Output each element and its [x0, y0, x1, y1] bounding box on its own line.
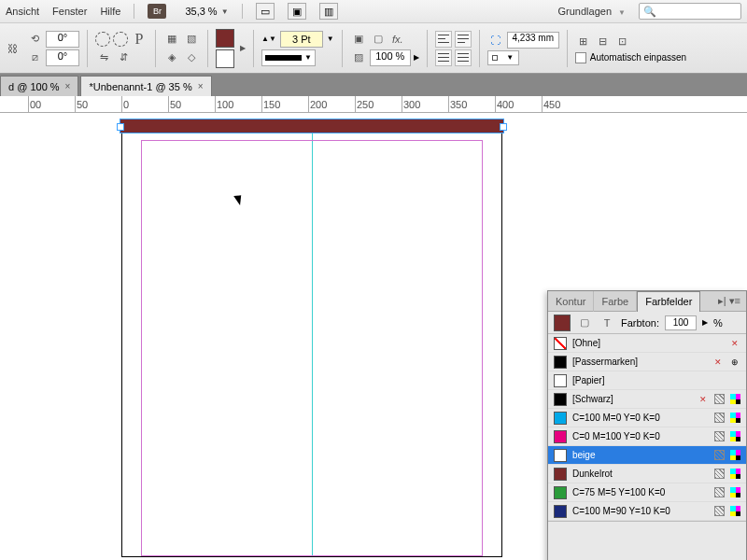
close-icon[interactable]: × — [198, 81, 204, 91]
swatch-row[interactable]: [Schwarz]✕ — [548, 390, 746, 409]
search-input[interactable]: 🔍 — [639, 3, 741, 20]
frame-fitting-icon[interactable]: ⛶ — [487, 32, 504, 49]
chevron-right-icon: ▶ — [414, 53, 419, 62]
fit-content-icon[interactable]: ⊞ — [575, 34, 592, 50]
panel-footer — [548, 521, 746, 560]
flip-v-icon[interactable]: ⇵ — [115, 49, 132, 66]
tab-farbfelder[interactable]: Farbfelder — [637, 291, 700, 312]
chain-icon[interactable]: ⛓ — [4, 40, 21, 57]
text-align-2[interactable] — [455, 31, 472, 48]
fx-icon[interactable]: fx. — [389, 31, 406, 48]
view-options-icon[interactable]: ▥ — [319, 3, 338, 20]
swatch-row[interactable]: C=0 M=100 Y=0 K=0 — [548, 427, 746, 446]
global-icon — [714, 469, 725, 479]
swatch-name: C=75 M=5 Y=100 K=0 — [572, 487, 709, 497]
swatch-chip — [554, 356, 567, 369]
shear-field[interactable]: 0° — [46, 49, 79, 66]
selected-object[interactable] — [120, 119, 504, 133]
cmyk-icon — [730, 450, 740, 460]
autofit-checkbox[interactable] — [575, 52, 586, 63]
swatches-panel: Kontur Farbe Farbfelder ▸| ▾≡ ▢ T Farbto… — [547, 290, 747, 560]
chevron-down-icon: ▼ — [618, 8, 626, 17]
text-align-1[interactable] — [435, 31, 452, 48]
text-align-3[interactable] — [435, 49, 452, 66]
swatch-chip — [554, 374, 567, 387]
stroke-style-dropdown[interactable]: ▼ — [261, 49, 316, 66]
swatch-name: [Papier] — [572, 375, 740, 385]
text-icon[interactable]: T — [599, 315, 615, 331]
panel-tabs: Kontur Farbe Farbfelder ▸| ▾≡ — [548, 291, 746, 312]
menu-hilfe[interactable]: Hilfe — [100, 6, 120, 17]
opacity-icon: ▨ — [350, 49, 367, 66]
control-bar: ⛓ ⟲0° ⧄0° P ⇋⇵ ▦▧ ◈◇ ▶ ▲▼ 3 Pt ▼ ▼ ▣ ▢ f… — [0, 23, 747, 74]
horizontal-ruler[interactable]: /* ticks drawn below */ 0050050100150200… — [0, 96, 747, 113]
swatch-row[interactable]: [Papier] — [548, 371, 746, 390]
swatch-chip — [554, 468, 567, 481]
swatch-name: [Passermarken] — [572, 357, 707, 367]
arrange-icon[interactable]: ▣ — [288, 3, 306, 20]
menu-fenster[interactable]: Fenster — [52, 6, 87, 17]
swatch-chip — [554, 430, 567, 443]
menu-ansicht[interactable]: Ansicht — [6, 6, 39, 17]
global-icon — [714, 487, 725, 497]
cmyk-icon — [730, 394, 740, 404]
zoom-value: 35,3 % — [185, 6, 217, 17]
swatch-name: [Schwarz] — [572, 394, 692, 404]
stroke-weight-field[interactable]: 3 Pt — [280, 31, 323, 48]
opacity-field[interactable]: 100 % — [370, 49, 411, 66]
shear-icon: ⧄ — [26, 49, 43, 66]
corner-options[interactable]: ▼ — [487, 50, 519, 65]
rotate-ccw-icon[interactable] — [95, 32, 110, 47]
chevron-right-icon: ▶ — [702, 318, 708, 327]
paragraph-icon[interactable]: P — [131, 31, 148, 48]
close-icon[interactable]: × — [65, 81, 71, 91]
rotation-field[interactable]: 0° — [46, 31, 79, 48]
apply-none-icon[interactable]: ▢ — [370, 31, 387, 48]
tab-kontur[interactable]: Kontur — [548, 291, 594, 312]
swatch-name: C=0 M=100 Y=0 K=0 — [572, 431, 709, 441]
registration-icon: ⊕ — [729, 357, 740, 368]
screen-mode-icon[interactable]: ▭ — [256, 3, 275, 20]
swatch-row[interactable]: [Passermarken]✕⊕ — [548, 353, 746, 371]
text-align-4[interactable] — [455, 49, 472, 66]
select-next-icon[interactable]: ◇ — [183, 49, 200, 66]
cmyk-icon — [730, 413, 740, 423]
swatch-chip — [554, 486, 567, 499]
swatch-row[interactable]: C=100 M=90 Y=10 K=0 — [548, 502, 746, 521]
fill-stroke-proxy[interactable] — [554, 315, 571, 331]
container-icon[interactable]: ▢ — [576, 315, 593, 331]
fit-frame-icon[interactable]: ⊟ — [595, 34, 612, 50]
tint-label: Farbton: — [621, 317, 659, 329]
apply-fill-icon[interactable]: ▣ — [350, 31, 367, 48]
swatch-chip — [554, 412, 567, 425]
tab-doc-2[interactable]: *Unbenannt-1 @ 35 %× — [80, 76, 211, 96]
dimension-field[interactable]: 4,233 mm — [507, 32, 559, 49]
tab-doc-1[interactable]: d @ 100 %× — [0, 76, 78, 96]
canvas[interactable]: Kontur Farbe Farbfelder ▸| ▾≡ ▢ T Farbto… — [0, 113, 747, 560]
zoom-level[interactable]: 35,3 % ▼ — [185, 6, 228, 17]
bridge-icon[interactable]: Br — [148, 4, 166, 19]
panel-header: ▢ T Farbton: ▶ % — [548, 312, 746, 334]
swatch-row[interactable]: Dunkelrot — [548, 465, 746, 483]
cmyk-icon — [730, 506, 740, 516]
rotate-cw-icon[interactable] — [113, 32, 128, 47]
page — [121, 119, 502, 557]
flip-h-icon[interactable]: ⇋ — [95, 49, 112, 66]
swatch-name: [Ohne] — [572, 338, 724, 348]
swatch-row[interactable]: beige — [548, 446, 746, 465]
stepper-icon[interactable]: ▲▼ — [261, 35, 276, 43]
panel-menu-icon[interactable]: ▸| ▾≡ — [712, 295, 746, 307]
swatch-row[interactable]: C=75 M=5 Y=100 K=0 — [548, 483, 746, 502]
center-content-icon[interactable]: ⊡ — [614, 34, 631, 50]
tab-farbe[interactable]: Farbe — [594, 291, 637, 312]
chevron-down-icon[interactable]: ▼ — [327, 35, 334, 43]
select-container-icon[interactable]: ▦ — [163, 31, 180, 48]
stroke-swatch[interactable] — [216, 49, 234, 68]
tint-field[interactable] — [665, 315, 697, 330]
select-content-icon[interactable]: ▧ — [183, 31, 200, 48]
swatch-row[interactable]: [Ohne]✕ — [548, 334, 746, 353]
workspace-switcher[interactable]: Grundlagen ▼ — [558, 6, 626, 17]
fill-swatch[interactable] — [216, 29, 234, 48]
swatch-row[interactable]: C=100 M=0 Y=0 K=0 — [548, 409, 746, 427]
select-prev-icon[interactable]: ◈ — [163, 49, 180, 66]
